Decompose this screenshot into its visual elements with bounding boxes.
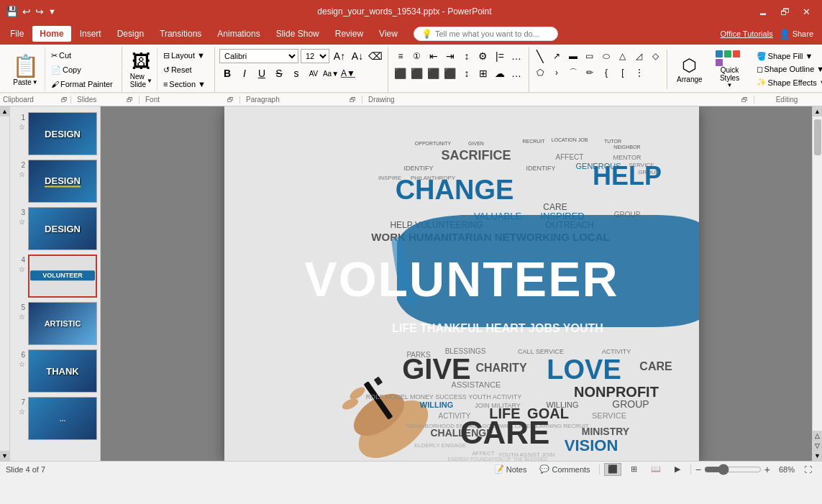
- decrease-indent-button[interactable]: ⇤: [426, 48, 442, 64]
- slide-thumb-5[interactable]: ARTISTIC: [28, 302, 97, 345]
- tell-me-input[interactable]: [435, 29, 550, 38]
- shape-round-rect[interactable]: ▭: [582, 48, 598, 64]
- slide-thumb-3[interactable]: DESIGN: [28, 207, 97, 250]
- para-more2-button[interactable]: …: [508, 65, 524, 81]
- slide-item-5[interactable]: 5 ☆ ARTISTIC: [13, 302, 97, 345]
- redo-icon[interactable]: ↪: [35, 6, 44, 17]
- minimize-button[interactable]: 🗕: [753, 4, 773, 19]
- vscroll-down-button[interactable]: ▼: [813, 451, 823, 461]
- shape-effects-button[interactable]: ✨ Shape Effects ▼: [754, 76, 822, 88]
- vertical-scrollbar[interactable]: ▲ △ ▽ ▼: [812, 106, 822, 461]
- restore-button[interactable]: 🗗: [775, 4, 795, 19]
- font-size-select[interactable]: 12: [301, 49, 329, 63]
- layout-button[interactable]: ⊟ Layout ▼: [160, 50, 209, 62]
- para-more-button[interactable]: …: [508, 48, 524, 64]
- cut-button[interactable]: ✂ Cut: [48, 50, 116, 62]
- paste-button[interactable]: 📋 Paste▼: [6, 47, 45, 92]
- slide-thumb-2[interactable]: DESIGN: [28, 160, 97, 203]
- slide-item-1[interactable]: 1 ☆ DESIGN: [13, 112, 97, 155]
- zoom-slider[interactable]: [704, 464, 762, 475]
- vscroll-up-button[interactable]: ▲: [813, 106, 823, 116]
- slide-canvas[interactable]: OPPORTUNITY GIVEN RECRUIT LOCATION JOB T…: [224, 106, 699, 461]
- numbering-button[interactable]: ①: [409, 48, 425, 64]
- comments-button[interactable]: 💬 Comments: [535, 464, 594, 475]
- clear-format-button[interactable]: ⌫: [367, 48, 383, 64]
- columns-button[interactable]: ⊞: [475, 65, 491, 81]
- close-button[interactable]: ✕: [796, 4, 816, 19]
- scroll-down-button[interactable]: ▼: [0, 451, 10, 461]
- align-right-button[interactable]: ⬛: [426, 65, 442, 81]
- bold-button[interactable]: B: [219, 65, 235, 81]
- zoom-in-button[interactable]: +: [764, 464, 770, 475]
- vscroll-area-down[interactable]: ▽: [813, 441, 823, 451]
- customize-icon[interactable]: ▼: [48, 7, 56, 16]
- shape-rect[interactable]: ▬: [565, 48, 581, 64]
- view-slideshow-button[interactable]: ▶: [669, 463, 686, 476]
- underline-button[interactable]: U: [254, 65, 270, 81]
- section-button[interactable]: ≡ Section ▼: [160, 78, 209, 90]
- format-painter-button[interactable]: 🖌 Format Painter: [48, 78, 116, 90]
- bullets-button[interactable]: ≡: [393, 48, 408, 64]
- char-spacing-button[interactable]: AV: [306, 65, 321, 81]
- change-case-button[interactable]: Aa▼: [323, 65, 339, 81]
- vscroll-area-up[interactable]: △: [813, 431, 823, 441]
- slide-item-6[interactable]: 6 ☆ THANK: [13, 349, 97, 393]
- reset-button[interactable]: ↺ Reset: [160, 64, 209, 76]
- paragraph-expand-icon[interactable]: 🗗: [350, 96, 356, 104]
- italic-button[interactable]: I: [237, 65, 252, 81]
- text-direction-button[interactable]: ↕: [459, 48, 475, 64]
- menu-view[interactable]: View: [372, 26, 405, 42]
- view-slide-sorter-button[interactable]: ⊞: [626, 463, 643, 476]
- arrange-button[interactable]: ⬡ Arrange: [670, 48, 709, 91]
- drawing-expand-icon[interactable]: 🗗: [741, 96, 748, 104]
- shape-curve[interactable]: ⌒: [565, 65, 581, 81]
- copy-button[interactable]: 📄 Copy: [48, 64, 116, 76]
- shadow-button[interactable]: s: [288, 65, 304, 81]
- increase-indent-button[interactable]: ⇥: [442, 48, 458, 64]
- shape-oval[interactable]: ⬭: [598, 48, 614, 64]
- zoom-out-button[interactable]: −: [695, 464, 701, 475]
- shape-triangle[interactable]: △: [615, 48, 631, 64]
- shape-chevron[interactable]: ›: [549, 65, 565, 81]
- save-icon[interactable]: 💾: [6, 6, 18, 17]
- slide-item-7[interactable]: 7 ☆ ...: [13, 397, 97, 440]
- shape-rt-triangle[interactable]: ◿: [631, 48, 647, 64]
- justify-button[interactable]: ⬛: [442, 65, 458, 81]
- slide-thumb-7[interactable]: ...: [28, 397, 97, 440]
- slide-thumb-1[interactable]: DESIGN: [28, 112, 97, 155]
- slide-thumb-4[interactable]: VOLUNTEER: [28, 255, 97, 298]
- share-button[interactable]: 👤 Share: [779, 29, 813, 40]
- menu-file[interactable]: File: [3, 26, 31, 42]
- scroll-up-button[interactable]: ▲: [0, 106, 10, 116]
- menu-home[interactable]: Home: [32, 26, 70, 42]
- menu-review[interactable]: Review: [328, 26, 370, 42]
- fit-slide-button[interactable]: ⛶: [799, 463, 816, 476]
- new-slide-button[interactable]: 🖼 NewSlide▼: [125, 47, 157, 92]
- slide-thumb-6[interactable]: THANK: [28, 349, 97, 393]
- slide-item-3[interactable]: 3 ☆ DESIGN: [13, 207, 97, 250]
- menu-insert[interactable]: Insert: [73, 26, 109, 42]
- slide-item-4[interactable]: 4 ☆ VOLUNTEER: [13, 255, 97, 298]
- shape-more[interactable]: ⋮: [631, 65, 647, 81]
- font-name-select[interactable]: Calibri: [219, 49, 298, 63]
- strikethrough-button[interactable]: S: [271, 65, 287, 81]
- shape-pentagon[interactable]: ⬠: [532, 65, 548, 81]
- tell-me-box[interactable]: 💡: [414, 27, 558, 41]
- shape-freeform[interactable]: ✏: [582, 65, 598, 81]
- convert-smartart-button[interactable]: ⚙: [475, 48, 491, 64]
- office-tutorials-link[interactable]: Office Tutorials: [720, 29, 772, 38]
- shape-arrow[interactable]: ↗: [549, 48, 565, 64]
- font-color-button[interactable]: A▼: [340, 65, 356, 81]
- increase-font-button[interactable]: A↑: [332, 48, 347, 64]
- line-spacing-button[interactable]: ↕: [459, 65, 475, 81]
- notes-button[interactable]: 📝 Notes: [490, 464, 531, 475]
- slide-item-2[interactable]: 2 ☆ DESIGN: [13, 160, 97, 203]
- quick-styles-button[interactable]: QuickStyles ▼: [711, 48, 749, 91]
- menu-transitions[interactable]: Transitions: [152, 26, 209, 42]
- vscroll-thumb[interactable]: [814, 119, 821, 155]
- shape-diamond[interactable]: ◇: [648, 48, 664, 64]
- shape-fill-button[interactable]: 🪣 Shape Fill ▼: [754, 50, 822, 63]
- menu-animations[interactable]: Animations: [210, 26, 267, 42]
- align-left-button[interactable]: ⬛: [393, 65, 408, 81]
- font-expand-icon[interactable]: 🗗: [227, 96, 234, 104]
